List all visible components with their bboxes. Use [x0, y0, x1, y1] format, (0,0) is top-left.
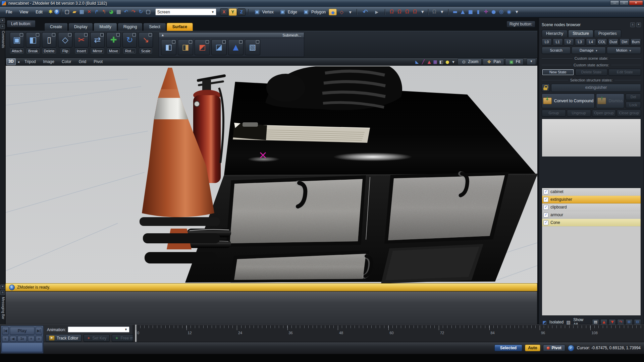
- pin-icon[interactable]: ⊥: [630, 22, 635, 27]
- minimize-button[interactable]: —: [610, 0, 619, 5]
- clapper-icon[interactable]: ◧: [438, 60, 444, 64]
- playback-extra-panel[interactable]: [2, 343, 42, 352]
- material-icon[interactable]: ▩: [115, 9, 122, 14]
- rot-button[interactable]: ↻: [122, 32, 137, 48]
- wedge-icon[interactable]: ◣: [414, 60, 420, 64]
- pivot-mode-button[interactable]: Pivot: [543, 345, 565, 351]
- list-item-clipboard[interactable]: ✓clipboard: [542, 203, 641, 211]
- close-icon[interactable]: ✕: [0, 18, 5, 23]
- zoom-button[interactable]: ⊙ Zoom: [458, 58, 482, 65]
- set-key-button[interactable]: ✦ Set Key: [84, 334, 110, 342]
- maximize-button[interactable]: □: [620, 0, 629, 5]
- close-button[interactable]: ✕: [629, 0, 643, 5]
- ungroup-button[interactable]: Ungroup: [567, 110, 591, 117]
- lock-icon[interactable]: [542, 84, 550, 92]
- snap-move-icon[interactable]: Ω: [388, 9, 395, 14]
- light-icon[interactable]: ●: [444, 60, 450, 64]
- del-button[interactable]: Del: [626, 94, 641, 100]
- menu-file[interactable]: File: [2, 9, 16, 15]
- help-icon[interactable]: ?: [54, 9, 59, 14]
- chevron-down-icon[interactable]: ▼: [527, 58, 536, 65]
- dummy-icon[interactable]: ✛: [482, 9, 490, 14]
- list-item-armour[interactable]: ✓armour: [542, 211, 641, 219]
- caret-down-icon[interactable]: ▾: [513, 9, 521, 14]
- submesh-smooth-button[interactable]: ◧: [161, 39, 176, 55]
- state-motion-button[interactable]: Motion▼: [607, 47, 641, 54]
- vertex-mode-button[interactable]: ▣Vertex: [251, 9, 276, 15]
- go-end-button[interactable]: ▶|: [36, 327, 42, 335]
- pan-button[interactable]: ✥ Pan: [483, 58, 504, 65]
- forward-button[interactable]: »: [36, 336, 42, 342]
- submesh-normals-button[interactable]: ▲: [228, 39, 244, 55]
- redo-icon[interactable]: ↷: [130, 9, 137, 14]
- move-button[interactable]: ✚: [106, 32, 121, 48]
- edit-state-button[interactable]: Edit State: [608, 69, 641, 76]
- go-start-button[interactable]: |◀: [2, 327, 9, 335]
- speed-button[interactable]: 1x: [17, 336, 27, 342]
- tab-hierarchy[interactable]: Hierarchy: [542, 30, 568, 37]
- back-arrow-icon[interactable]: ◂: [16, 60, 21, 64]
- state-l1-button[interactable]: L1: [553, 39, 563, 46]
- check-icon[interactable]: ✓: [568, 345, 574, 351]
- snap-axis-icon[interactable]: Ω: [411, 9, 419, 14]
- settings-icon[interactable]: ✱: [47, 9, 54, 14]
- caret-down-icon[interactable]: ▾: [450, 60, 457, 64]
- group-button[interactable]: Group: [542, 110, 566, 117]
- list-item-cabinet[interactable]: ✓cabinet: [542, 188, 641, 196]
- viewport-menu-pivot[interactable]: Pivot: [94, 59, 103, 64]
- edge-mode-button[interactable]: ▣Edge: [277, 9, 300, 15]
- cube-icon[interactable]: ■: [467, 9, 474, 14]
- caret-down-icon[interactable]: ▾: [438, 9, 446, 14]
- speed-up-button[interactable]: +: [28, 336, 35, 342]
- torus-icon[interactable]: ◎: [497, 9, 505, 14]
- checkbox[interactable]: ✓: [543, 213, 548, 218]
- state-l4-button[interactable]: L4: [586, 39, 596, 46]
- menu-edit[interactable]: Edit: [32, 9, 46, 15]
- plane-icon[interactable]: ▬: [451, 9, 459, 14]
- auto-mode-button[interactable]: Auto: [525, 345, 540, 351]
- rewind-button[interactable]: «: [2, 336, 9, 342]
- attach-button[interactable]: ▣: [10, 32, 24, 48]
- tab-properties[interactable]: Properties: [594, 30, 621, 37]
- menu-view[interactable]: View: [16, 9, 32, 15]
- polygon-mode-button[interactable]: ▣Polygon: [300, 9, 328, 15]
- flip-button[interactable]: ◇: [58, 32, 72, 48]
- viewport-canvas[interactable]: [5, 66, 537, 283]
- lock-button[interactable]: Lock: [626, 102, 641, 108]
- save-icon[interactable]: ▦: [78, 9, 86, 14]
- axis-z-button[interactable]: Z: [237, 8, 246, 16]
- timeline-ruler[interactable]: 01224364860728496108: [133, 325, 644, 342]
- list-item-cone[interactable]: ✓Cone: [542, 219, 641, 227]
- close-group-button[interactable]: Close group: [617, 110, 641, 117]
- checkbox[interactable]: ✓: [543, 189, 548, 194]
- big-undo-icon[interactable]: ↶: [360, 9, 371, 15]
- delete-button[interactable]: ▯: [42, 32, 56, 48]
- delete-state-button[interactable]: Delete State: [575, 69, 608, 76]
- animation-select[interactable]: ▼: [68, 326, 129, 333]
- state-dust-button[interactable]: Dust: [608, 39, 619, 46]
- view-mode-button[interactable]: 3D: [6, 58, 16, 65]
- checkbox[interactable]: ✓: [543, 220, 548, 225]
- fit-button[interactable]: ▣ Fit: [505, 58, 524, 65]
- checker-icon[interactable]: ▦: [432, 60, 438, 64]
- state-burn-button[interactable]: Burn: [631, 39, 641, 46]
- caret-down-icon[interactable]: ▾: [419, 9, 426, 14]
- pin-icon[interactable]: ⊥: [0, 290, 5, 295]
- collapse-up-icon[interactable]: ▲: [162, 34, 164, 37]
- tab-create[interactable]: Create: [44, 23, 68, 31]
- snap-off-icon[interactable]: Ω: [430, 9, 438, 14]
- pen-icon[interactable]: ╱: [420, 60, 426, 64]
- checkbox[interactable]: ✓: [543, 205, 548, 210]
- selected-mode-button[interactable]: Selected: [494, 345, 522, 351]
- list-item-extinguisher[interactable]: ✓extinguisher: [542, 196, 641, 203]
- viewport-menu-grid[interactable]: Grid: [79, 59, 87, 64]
- play-button[interactable]: Play: [10, 327, 35, 335]
- viewport-menu-image[interactable]: Image: [43, 59, 54, 64]
- state-col-button[interactable]: COL: [597, 39, 607, 46]
- caret-down-icon[interactable]: ▾: [346, 9, 354, 15]
- state-l3-button[interactable]: L3: [575, 39, 585, 46]
- state-dirt-button[interactable]: Dirt: [620, 39, 630, 46]
- tab-surface[interactable]: Surface: [167, 23, 193, 31]
- messaging-rail-label[interactable]: Messaging Bar: [0, 297, 5, 319]
- delete-x-icon[interactable]: ✕: [86, 9, 93, 14]
